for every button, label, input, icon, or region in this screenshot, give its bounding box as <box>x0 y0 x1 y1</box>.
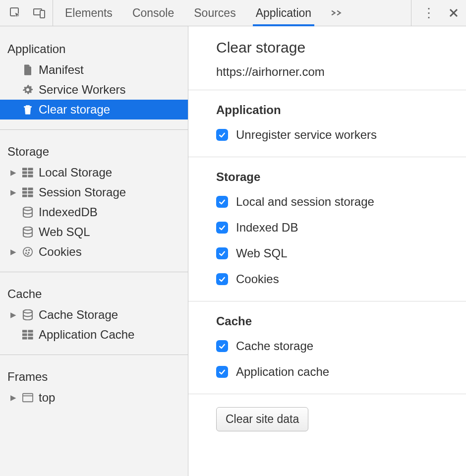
checkbox-cookies[interactable] <box>216 273 228 285</box>
sidebar-item-label: Service Workers <box>39 83 126 97</box>
database-icon <box>22 226 34 238</box>
trash-icon <box>22 104 34 116</box>
checkbox-indexed-db[interactable] <box>216 222 228 234</box>
sidebar-item-local-storage[interactable]: ▶Local Storage <box>0 163 188 182</box>
check-row-local-and-session-storage: Local and session storage <box>216 195 466 209</box>
check-row-application-cache: Application cache <box>216 365 466 379</box>
sidebar-item-label: Cache Storage <box>39 308 118 322</box>
checkbox-label: Local and session storage <box>236 195 374 209</box>
grid-icon <box>22 329 34 341</box>
sidebar-item-cache-storage[interactable]: ▶Cache Storage <box>0 305 188 325</box>
checkbox-unregister-service-workers[interactable] <box>216 129 228 141</box>
sidebar-group-storage: Storage <box>0 130 188 163</box>
main-area: ApplicationManifestService WorkersClear … <box>0 26 466 476</box>
sidebar-item-clear-storage[interactable]: Clear storage <box>0 100 188 119</box>
tab-elements-label: Elements <box>65 6 113 20</box>
database-icon <box>22 206 34 218</box>
sidebar-item-session-storage[interactable]: ▶Session Storage <box>0 182 188 202</box>
checkbox-cache-storage[interactable] <box>216 340 228 352</box>
pane-url: https://airhorner.com <box>216 65 466 79</box>
sidebar-group-application: Application <box>0 27 188 60</box>
device-toggle-icon[interactable] <box>33 6 46 19</box>
check-row-cookies: Cookies <box>216 272 466 286</box>
inspect-icon[interactable] <box>9 6 22 19</box>
section-application: ApplicationUnregister service workers <box>188 90 466 157</box>
sidebar-item-label: top <box>39 391 55 405</box>
checkbox-local-and-session-storage[interactable] <box>216 196 228 208</box>
check-row-indexed-db: Indexed DB <box>216 221 466 235</box>
section-heading: Cache <box>216 314 466 328</box>
checkbox-web-sql[interactable] <box>216 247 228 259</box>
sidebar-item-label: Manifest <box>39 63 84 77</box>
sidebar-item-service-workers[interactable]: Service Workers <box>0 80 188 100</box>
tab-sources[interactable]: Sources <box>194 0 235 26</box>
sidebar-group-frames: Frames <box>0 355 188 388</box>
checkbox-label: Cookies <box>236 272 279 286</box>
check-row-unregister-service-workers: Unregister service workers <box>216 128 466 142</box>
database-icon <box>22 309 34 321</box>
tab-application[interactable]: Application <box>256 0 312 26</box>
sidebar-item-label: Application Cache <box>39 328 134 342</box>
checkbox-application-cache[interactable] <box>216 366 228 378</box>
sidebar-item-application-cache[interactable]: Application Cache <box>0 325 188 345</box>
gear-icon <box>22 84 34 96</box>
pane-header: Clear storage https://airhorner.com <box>188 26 466 90</box>
window-icon <box>22 392 34 404</box>
check-row-cache-storage: Cache storage <box>216 339 466 353</box>
checkbox-label: Unregister service workers <box>236 128 377 142</box>
devtools-toolbar: Elements Console Sources Application ⋮ <box>0 0 466 26</box>
sidebar-item-label: Web SQL <box>39 225 90 239</box>
clear-site-data-button[interactable]: Clear site data <box>216 407 308 431</box>
content-pane: Clear storage https://airhorner.com Appl… <box>188 26 466 476</box>
checkbox-label: Web SQL <box>236 246 288 260</box>
sidebar: ApplicationManifestService WorkersClear … <box>0 26 188 476</box>
sidebar-item-manifest[interactable]: Manifest <box>0 60 188 80</box>
cookie-icon <box>22 246 34 258</box>
sidebar-item-label: Session Storage <box>39 185 126 199</box>
tab-elements[interactable]: Elements <box>65 0 113 26</box>
expand-arrow-icon[interactable]: ▶ <box>10 393 17 402</box>
section-cache: CacheCache storageApplication cache <box>188 301 466 394</box>
sidebar-item-label: Cookies <box>39 245 82 259</box>
section-heading: Application <box>216 103 466 117</box>
tab-console[interactable]: Console <box>132 0 174 26</box>
pane-action-area: Clear site data <box>188 394 466 461</box>
tab-console-label: Console <box>132 6 174 20</box>
sidebar-item-label: Local Storage <box>39 166 112 179</box>
expand-arrow-icon[interactable]: ▶ <box>10 310 17 319</box>
sidebar-item-label: IndexedDB <box>39 205 98 219</box>
grid-icon <box>22 167 34 178</box>
sidebar-item-top[interactable]: ▶top <box>0 388 188 408</box>
sidebar-item-web-sql[interactable]: Web SQL <box>0 222 188 242</box>
expand-arrow-icon[interactable]: ▶ <box>10 168 17 177</box>
clear-site-data-label: Clear site data <box>226 413 299 425</box>
grid-icon <box>22 186 34 198</box>
svg-rect-2 <box>40 10 45 18</box>
sidebar-item-indexeddb[interactable]: IndexedDB <box>0 202 188 222</box>
devtools-tabs: Elements Console Sources Application <box>65 0 342 26</box>
document-icon <box>22 64 34 76</box>
expand-arrow-icon[interactable]: ▶ <box>10 247 17 256</box>
checkbox-label: Application cache <box>236 365 329 379</box>
more-tabs-icon[interactable] <box>331 0 342 26</box>
sidebar-item-cookies[interactable]: ▶Cookies <box>0 242 188 262</box>
tab-sources-label: Sources <box>194 6 235 20</box>
toolbar-right-group: ⋮ <box>411 0 466 26</box>
expand-arrow-icon[interactable]: ▶ <box>10 188 17 197</box>
section-storage: StorageLocal and session storageIndexed … <box>188 157 466 301</box>
check-row-web-sql: Web SQL <box>216 246 466 260</box>
checkbox-label: Cache storage <box>236 339 313 353</box>
pane-title: Clear storage <box>216 39 466 56</box>
tab-application-label: Application <box>256 6 312 20</box>
section-heading: Storage <box>216 170 466 184</box>
checkbox-label: Indexed DB <box>236 221 298 235</box>
sidebar-item-label: Clear storage <box>39 103 110 117</box>
kebab-menu-icon[interactable]: ⋮ <box>422 5 435 21</box>
toolbar-left-group <box>0 0 53 26</box>
sidebar-group-cache: Cache <box>0 272 188 305</box>
close-icon[interactable] <box>447 6 460 19</box>
